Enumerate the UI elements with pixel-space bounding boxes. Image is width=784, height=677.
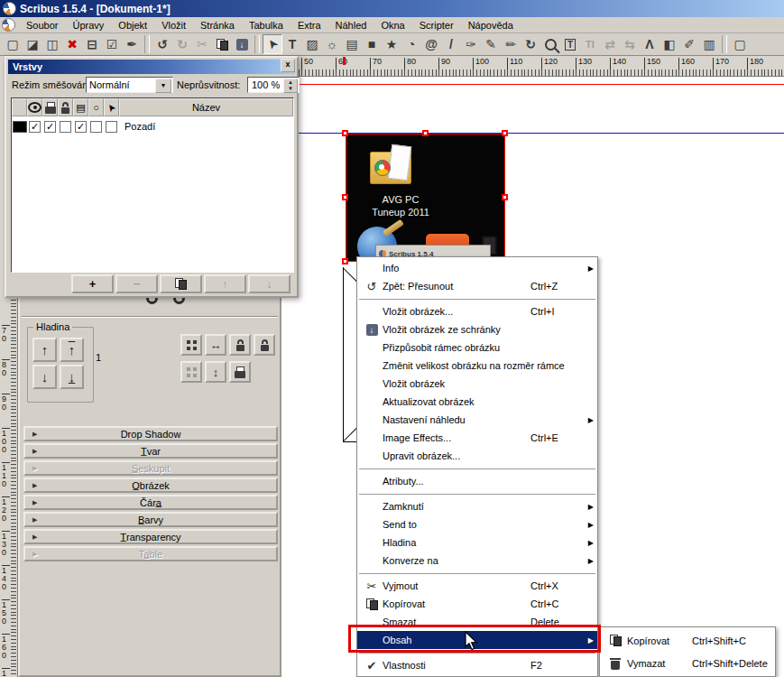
spinner-arrows-icon[interactable]: ▲▼ <box>283 79 298 93</box>
context-menu-item-get-image[interactable]: Vložit obrázek...Ctrl+I <box>357 302 597 320</box>
insert-arc-button[interactable]: ◔ <box>401 34 421 54</box>
insert-text-frame-button[interactable]: T <box>282 34 302 54</box>
context-menu-item-contents[interactable]: Obsah▶ <box>357 631 597 649</box>
insert-barcode-button[interactable]: ▥ <box>699 34 719 54</box>
insert-table-button[interactable]: ▤ <box>342 34 362 54</box>
context-menu-item-attributes[interactable]: Atributy... <box>357 472 597 490</box>
raise-to-top-button[interactable]: ↑ <box>60 338 84 362</box>
menubar-item-nápověda[interactable]: Nápověda <box>461 18 521 32</box>
zoom-button[interactable] <box>540 34 560 54</box>
context-menu-item-level[interactable]: Hladina▶ <box>357 533 597 552</box>
menubar-item-extra[interactable]: Extra <box>291 18 328 32</box>
layer-checkbox[interactable] <box>90 121 102 133</box>
redo-button[interactable]: ↻ <box>172 34 192 54</box>
open-document-button[interactable]: ◪ <box>23 34 42 54</box>
resize-handle[interactable] <box>342 258 348 264</box>
menubar-item-okna[interactable]: Okna <box>374 18 411 32</box>
close-icon[interactable]: x <box>281 59 295 72</box>
layer-outline-mode-header[interactable]: ○ <box>88 98 104 116</box>
lower-layer-button[interactable]: ↓ <box>248 274 291 293</box>
layer-locked-header[interactable] <box>58 98 73 116</box>
export-pdf-button[interactable]: ✒ <box>122 34 142 54</box>
context-menu-item-embed-image[interactable]: Vložit obrázek <box>357 375 597 393</box>
layer-printable-header[interactable] <box>42 98 58 116</box>
lock-button[interactable] <box>229 334 251 356</box>
resize-handle[interactable] <box>342 194 348 200</box>
menubar-item-soubor[interactable]: Soubor <box>19 18 65 32</box>
insert-line-button[interactable]: / <box>441 34 461 54</box>
layer-checkbox[interactable]: ✓ <box>75 121 87 133</box>
layer-color-cell[interactable] <box>12 116 27 136</box>
context-menu-item-update-image[interactable]: Aktualizovat obrázek <box>357 393 597 411</box>
resize-handle[interactable] <box>422 130 429 136</box>
group-button[interactable] <box>180 334 202 356</box>
image-frame-selected[interactable]: AVG PC Tuneup 2011 Scribus 1.5.4 <box>346 134 505 262</box>
context-menu-item-send-to[interactable]: Send to▶ <box>357 515 597 533</box>
section-colors[interactable]: ▶B̲arvy <box>23 512 278 527</box>
add-layer-button[interactable]: + <box>71 274 114 293</box>
menubar-item-scripter[interactable]: Scripter <box>412 18 461 32</box>
lock-size-button[interactable] <box>254 334 275 356</box>
edit-contents-button[interactable]: T <box>560 34 580 54</box>
save-document-button[interactable]: ◫ <box>42 34 62 54</box>
context-menu-item-image-effects[interactable]: Image Effects...Ctrl+E <box>357 429 597 447</box>
layers-dialog-titlebar[interactable]: Vrstvy <box>8 60 295 74</box>
context-menu-item-convert-to[interactable]: Konverze na▶ <box>357 552 597 570</box>
context-menu-item-info[interactable]: Info▶ <box>357 259 597 277</box>
layer-visible-header[interactable] <box>27 98 42 116</box>
menubar-item-tabulka[interactable]: Tabulka <box>242 18 291 32</box>
insert-bezier-button[interactable]: ✑ <box>461 34 481 54</box>
flip-horizontal-button[interactable]: ↔ <box>205 334 226 356</box>
insert-freehand-line-button[interactable]: ✎ <box>481 34 501 54</box>
resize-handle[interactable] <box>502 130 508 136</box>
chevron-down-icon[interactable]: ▼ <box>155 79 171 93</box>
layer-name-cell[interactable]: Pozadí <box>119 116 293 136</box>
insert-shape-button[interactable]: ■ <box>362 34 382 54</box>
select-item-button[interactable]: ➤ <box>263 34 282 54</box>
section-image[interactable]: ▶O̲brázek <box>23 478 278 493</box>
raise-layer-button[interactable]: ↑ <box>204 274 246 293</box>
layer-name-header[interactable]: Název <box>119 98 293 116</box>
context-menu-item-adjust-frame-to-image[interactable]: Přizpůsobit rámec obrázku <box>357 338 597 357</box>
layer-checkbox[interactable]: ✓ <box>44 121 56 133</box>
layer-checkbox[interactable] <box>60 121 71 133</box>
submenu-item-contents-clear[interactable]: VymazatCtrl+Shift+Delete <box>600 652 775 674</box>
undo-button[interactable]: ↺ <box>152 34 172 54</box>
insert-calligraphic-line-button[interactable]: ✏ <box>501 34 521 54</box>
new-document-button[interactable]: ▢ <box>3 34 23 54</box>
print-document-button[interactable]: ⊟ <box>82 34 102 54</box>
menubar-item-objekt[interactable]: Objekt <box>111 18 154 32</box>
enable-printing-button[interactable] <box>229 361 251 383</box>
blend-mode-select[interactable]: Normální ▼ <box>86 77 173 93</box>
opacity-spinner[interactable]: 100 % ▲▼ <box>247 77 300 93</box>
preflight-verifier-button[interactable]: ☑ <box>102 34 122 54</box>
menubar-item-úpravy[interactable]: Úpravy <box>65 18 111 32</box>
raise-level-button[interactable]: ↑ <box>32 338 57 362</box>
rotate-item-button[interactable]: ↻ <box>521 34 540 54</box>
duplicate-layer-button[interactable] <box>160 274 202 293</box>
paste-button[interactable]: ↓ <box>232 34 252 54</box>
submenu-item-contents-copy[interactable]: KopírovatCtrl+Shift+C <box>600 629 775 652</box>
section-shape[interactable]: ▶T̲var <box>23 443 278 459</box>
layer-checkbox[interactable]: ✓ <box>29 121 41 133</box>
insert-render-frame-button[interactable]: ☼ <box>322 34 342 54</box>
layer-color-header[interactable] <box>12 98 27 116</box>
layer-color-swatch[interactable] <box>13 121 27 133</box>
layer-checkbox[interactable] <box>106 121 117 133</box>
flip-vertical-button[interactable]: ↕ <box>205 361 226 383</box>
resize-handle[interactable] <box>502 194 508 200</box>
insert-spiral-button[interactable]: @ <box>421 34 441 54</box>
lower-level-button[interactable]: ↓ <box>32 365 57 389</box>
context-menu-item-adjust-image-to-frame[interactable]: Změnit velikost obrázku na rozměr rámce <box>357 357 597 375</box>
context-menu-item-edit-image[interactable]: Upravit obrázek... <box>357 447 597 465</box>
cut-button[interactable]: ✂ <box>192 34 212 54</box>
context-menu-item-delete-item[interactable]: SmazatDelete <box>357 613 597 631</box>
measurements-button[interactable]: Λ <box>640 34 659 54</box>
section-drop-shadow[interactable]: ▶Drop Shadow <box>23 426 278 441</box>
eye-dropper-button[interactable]: ✐ <box>679 34 699 54</box>
menubar-item-stránka[interactable]: Stránka <box>193 18 242 32</box>
context-menu-item-properties[interactable]: ✔VlastnostiF2 <box>357 656 597 674</box>
section-line[interactable]: ▶Čára̲ <box>23 495 278 510</box>
context-menu-item-paste-image-from-clipboard[interactable]: ↓Vložit obrázek ze schránky <box>357 320 597 338</box>
section-transparency[interactable]: ▶T̲ransparency <box>23 529 278 544</box>
